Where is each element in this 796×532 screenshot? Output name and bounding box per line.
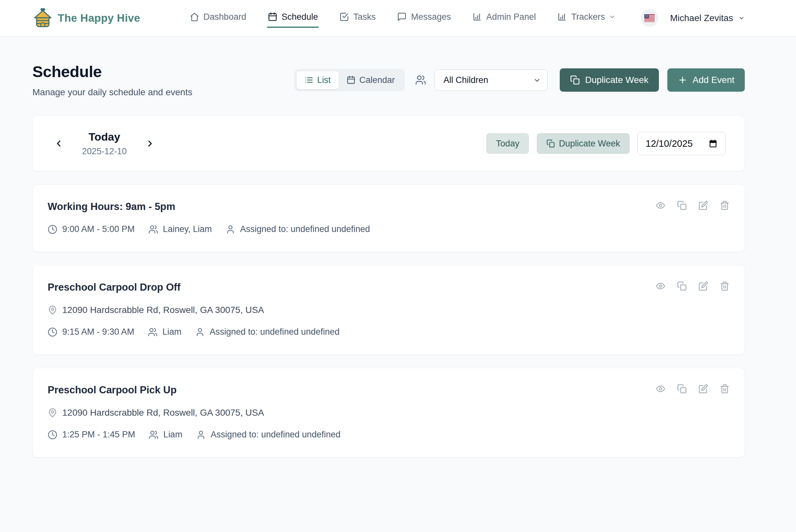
- user-icon: [196, 430, 206, 440]
- edit-event-button[interactable]: [698, 200, 709, 211]
- previous-day-button[interactable]: [52, 136, 66, 151]
- clock-icon: [48, 430, 57, 440]
- add-event-button[interactable]: Add Event: [667, 68, 745, 92]
- view-event-button[interactable]: [656, 384, 666, 394]
- event-time: 1:25 PM - 1:45 PM: [62, 430, 135, 440]
- event-actions: [656, 384, 730, 394]
- map-pin-icon: [48, 408, 57, 418]
- user-icon: [195, 327, 205, 337]
- event-card: Preschool Carpool Pick Up 12090 Hardscra…: [33, 368, 745, 457]
- calendar-view-button[interactable]: Calendar: [339, 71, 403, 89]
- view-event-button[interactable]: [656, 281, 666, 291]
- calendar-icon: [346, 75, 356, 84]
- event-card: Preschool Carpool Drop Off 12090 Hardscr…: [33, 265, 745, 355]
- list-view-label: List: [317, 75, 331, 85]
- edit-icon: [698, 281, 708, 291]
- chevron-down-icon: [609, 14, 615, 20]
- list-view-button[interactable]: List: [297, 71, 339, 89]
- plus-icon: [678, 75, 687, 85]
- list-icon: [304, 75, 314, 84]
- duplicate-week-label: Duplicate Week: [585, 75, 648, 85]
- today-button[interactable]: Today: [486, 133, 529, 154]
- duplicate-week-button[interactable]: Duplicate Week: [560, 68, 659, 92]
- nav-item-tasks[interactable]: Tasks: [339, 9, 376, 28]
- copy-icon: [546, 139, 555, 148]
- event-title: Preschool Carpool Pick Up: [48, 384, 729, 396]
- users-icon: [148, 327, 157, 337]
- eye-icon: [656, 384, 665, 394]
- beehive-icon: [33, 8, 53, 28]
- nav-item-messages[interactable]: Messages: [396, 9, 452, 28]
- trash-icon: [720, 384, 729, 394]
- trash-icon: [720, 281, 729, 291]
- edit-icon: [698, 201, 708, 210]
- brand-logo[interactable]: The Happy Hive: [33, 8, 140, 28]
- users-icon: [148, 225, 158, 234]
- child-filter-select[interactable]: All Children: [435, 69, 547, 91]
- calendar-view-label: Calendar: [359, 75, 395, 85]
- event-time: 9:00 AM - 5:00 PM: [62, 224, 135, 234]
- nav-item-schedule[interactable]: Schedule: [267, 9, 319, 28]
- chevron-right-icon: [145, 139, 155, 148]
- view-toggle: List Calendar: [294, 69, 405, 91]
- edit-event-button[interactable]: [698, 384, 709, 394]
- copy-icon: [677, 384, 687, 394]
- duplicate-event-button[interactable]: [677, 200, 687, 211]
- user-icon: [226, 225, 235, 234]
- event-children: Liam: [163, 327, 182, 337]
- duplicate-event-button[interactable]: [677, 384, 687, 394]
- copy-icon: [570, 75, 580, 85]
- home-icon: [190, 12, 199, 22]
- users-icon: [415, 75, 426, 86]
- event-list: Working Hours: 9am - 5pm 9:00 AM - 5:00 …: [33, 184, 745, 457]
- page-title: Schedule: [33, 62, 192, 81]
- date-label: Today: [82, 131, 127, 143]
- delete-event-button[interactable]: [720, 384, 730, 394]
- view-event-button[interactable]: [656, 200, 666, 211]
- page-subtitle: Manage your daily schedule and events: [33, 87, 192, 97]
- add-event-label: Add Event: [693, 75, 735, 85]
- nav-label: Messages: [411, 12, 451, 22]
- users-icon: [149, 430, 158, 440]
- nav-item-admin-panel[interactable]: Admin Panel: [472, 9, 536, 28]
- language-selector[interactable]: [641, 10, 658, 27]
- top-nav-bar: The Happy Hive Dashboard Schedule Tasks …: [0, 0, 796, 37]
- event-children: Lainey, Liam: [163, 224, 212, 234]
- page-head-text: Schedule Manage your daily schedule and …: [33, 62, 192, 97]
- next-day-button[interactable]: [143, 136, 157, 151]
- delete-event-button[interactable]: [720, 281, 730, 291]
- nav-label: Admin Panel: [486, 12, 536, 22]
- duplicate-event-button[interactable]: [677, 281, 687, 291]
- user-menu[interactable]: Michael Zevitas: [670, 13, 745, 23]
- event-location: 12090 Hardscrabble Rd, Roswell, GA 30075…: [62, 407, 264, 418]
- chevron-down-icon: [738, 15, 745, 21]
- us-flag-icon: [644, 14, 655, 22]
- nav-label: Trackers: [571, 12, 605, 22]
- nav-item-trackers[interactable]: Trackers: [556, 9, 616, 28]
- date-picker-input[interactable]: 12/10/2025: [638, 132, 726, 155]
- edit-event-button[interactable]: [698, 281, 709, 291]
- schedule-controls: List Calendar All Children Duplicate Wee…: [294, 68, 745, 92]
- delete-event-button[interactable]: [720, 200, 730, 211]
- event-location: 12090 Hardscrabble Rd, Roswell, GA 30075…: [62, 305, 264, 315]
- user-name: Michael Zevitas: [670, 13, 733, 23]
- bar-chart-icon: [557, 12, 567, 22]
- event-actions: [656, 200, 730, 211]
- duplicate-week-secondary-button[interactable]: Duplicate Week: [537, 133, 630, 154]
- event-title: Preschool Carpool Drop Off: [48, 282, 729, 293]
- event-children: Liam: [163, 430, 183, 440]
- schedule-page: Schedule Manage your daily schedule and …: [0, 62, 796, 457]
- bar-chart-icon: [472, 12, 482, 22]
- map-pin-icon: [48, 305, 57, 315]
- eye-icon: [656, 281, 665, 291]
- check-square-icon: [339, 12, 349, 22]
- event-time: 9:15 AM - 9:30 AM: [62, 327, 134, 337]
- nav-label: Schedule: [282, 12, 318, 22]
- nav-item-dashboard[interactable]: Dashboard: [189, 9, 247, 28]
- event-actions: [656, 281, 730, 291]
- nav-label: Dashboard: [204, 12, 246, 22]
- brand-name: The Happy Hive: [58, 12, 140, 24]
- copy-icon: [677, 281, 687, 291]
- calendar-icon: [268, 12, 278, 22]
- event-assigned: Assigned to: undefined undefined: [210, 327, 340, 337]
